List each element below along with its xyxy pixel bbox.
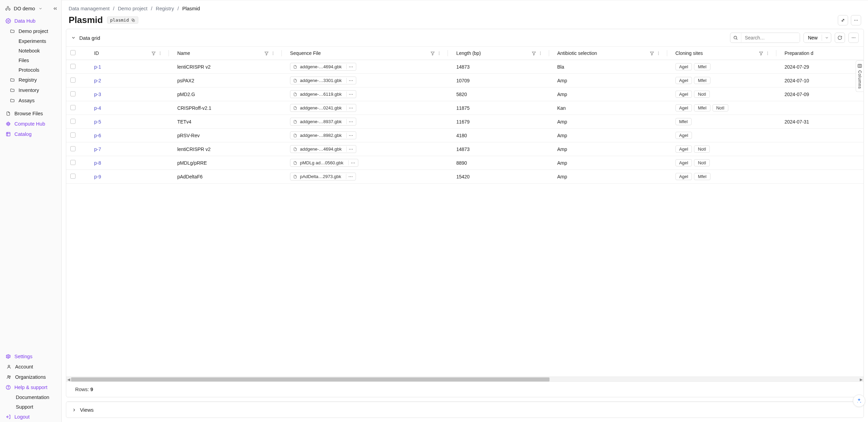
nav-compute-hub[interactable]: Compute Hub: [0, 119, 61, 129]
row-checkbox[interactable]: [70, 146, 76, 151]
kebab-icon[interactable]: [765, 51, 770, 56]
row-id-link[interactable]: p-2: [94, 78, 101, 83]
kebab-icon[interactable]: [437, 51, 441, 56]
sequence-file-chip[interactable]: addgene-…4694.gbk⋯: [290, 63, 356, 71]
row-id-link[interactable]: p-4: [94, 105, 101, 111]
file-name: addgene-…8937.gbk: [300, 119, 342, 124]
nav-registry[interactable]: Registry: [0, 75, 61, 85]
file-more-icon[interactable]: ⋯: [348, 160, 355, 165]
row-checkbox[interactable]: [70, 119, 76, 124]
nav-help[interactable]: Help & support: [0, 382, 61, 392]
file-more-icon[interactable]: ⋯: [346, 78, 353, 83]
nav-logout-label: Logout: [14, 414, 30, 420]
file-more-icon[interactable]: ⋯: [346, 105, 353, 110]
assistant-fab[interactable]: [853, 395, 865, 407]
new-button[interactable]: New: [803, 33, 831, 43]
file-name: addgene-…3301.gbk: [300, 78, 342, 83]
filter-icon[interactable]: [430, 51, 435, 56]
nav-notebook[interactable]: Notebook: [0, 46, 61, 56]
nav-settings[interactable]: Settings: [0, 351, 61, 362]
search-icon[interactable]: [730, 33, 741, 43]
scroll-right-arrow[interactable]: ▶: [859, 377, 864, 382]
nav-account[interactable]: Account: [0, 362, 61, 372]
search-input[interactable]: [741, 33, 800, 43]
svg-point-29: [160, 51, 161, 52]
select-all-checkbox[interactable]: [70, 50, 76, 55]
nav-experiments[interactable]: Experiments: [0, 36, 61, 46]
nav-logout[interactable]: Logout: [0, 412, 61, 422]
nav-catalog[interactable]: Catalog: [0, 129, 61, 139]
sequence-file-chip[interactable]: addgene-…0241.gbk⋯: [290, 104, 356, 112]
chevron-right-icon: [72, 408, 77, 412]
more-button[interactable]: [851, 15, 861, 25]
file-name: addgene-…6119.gbk: [300, 92, 342, 97]
row-cloning-sites: AgeI: [671, 129, 780, 142]
refresh-button[interactable]: [835, 33, 845, 43]
sequence-file-chip[interactable]: pAdDelta…2973.gbk⋯: [290, 173, 356, 180]
sequence-file-chip[interactable]: addgene-…4694.gbk⋯: [290, 145, 356, 153]
collapse-grid-icon[interactable]: [71, 35, 76, 40]
scroll-left-arrow[interactable]: ◀: [66, 377, 71, 382]
kebab-icon[interactable]: [271, 51, 275, 56]
file-more-icon[interactable]: ⋯: [346, 119, 353, 124]
nav-settings-label: Settings: [14, 354, 32, 359]
row-checkbox[interactable]: [70, 160, 76, 165]
nav-data-hub[interactable]: Data Hub: [0, 16, 61, 26]
file-more-icon[interactable]: ⋯: [346, 146, 353, 152]
nav-organizations[interactable]: Organizations: [0, 372, 61, 382]
file-more-icon[interactable]: ⋯: [346, 92, 353, 97]
filter-icon[interactable]: [532, 51, 536, 56]
kebab-icon[interactable]: [158, 51, 162, 56]
row-id-link[interactable]: p-7: [94, 146, 101, 152]
workspace-name[interactable]: DO demo: [14, 6, 35, 11]
row-checkbox[interactable]: [70, 132, 76, 138]
row-id-link[interactable]: p-3: [94, 92, 101, 97]
file-more-icon[interactable]: ⋯: [346, 174, 353, 179]
filter-icon[interactable]: [759, 51, 763, 56]
breadcrumb-demo-project[interactable]: Demo project: [118, 6, 147, 11]
file-more-icon[interactable]: ⋯: [346, 64, 353, 69]
row-id-link[interactable]: p-5: [94, 119, 101, 125]
filter-icon[interactable]: [264, 51, 269, 56]
nav-files[interactable]: Files: [0, 56, 61, 65]
kebab-icon[interactable]: [538, 51, 543, 56]
views-toggle[interactable]: Views: [66, 402, 864, 418]
sequence-file-chip[interactable]: addgene-…3301.gbk⋯: [290, 77, 356, 84]
scrollbar-thumb[interactable]: [71, 377, 549, 382]
breadcrumb-data-management[interactable]: Data management: [69, 6, 109, 11]
filter-icon[interactable]: [151, 51, 156, 56]
kebab-icon[interactable]: [656, 51, 661, 56]
row-id-link[interactable]: p-8: [94, 160, 101, 166]
nav-browse-files[interactable]: Browse Files: [0, 108, 61, 119]
row-checkbox[interactable]: [70, 105, 76, 110]
nav-support[interactable]: Support: [0, 402, 61, 412]
sequence-file-chip[interactable]: pMDLg ad…0560.gbk⋯: [290, 159, 358, 167]
row-checkbox[interactable]: [70, 64, 76, 69]
row-checkbox[interactable]: [70, 174, 76, 179]
expand-button[interactable]: [838, 15, 848, 25]
nav-documentation[interactable]: Documentation: [0, 392, 61, 402]
row-id-link[interactable]: p-9: [94, 174, 101, 179]
row-id-link[interactable]: p-1: [94, 64, 101, 70]
filter-icon[interactable]: [650, 51, 654, 56]
row-id-link[interactable]: p-6: [94, 133, 101, 138]
file-more-icon[interactable]: ⋯: [346, 133, 353, 138]
row-checkbox[interactable]: [70, 91, 76, 96]
nav-inventory[interactable]: Inventory: [0, 85, 61, 95]
nav-organizations-label: Organizations: [15, 374, 46, 380]
columns-side-tab[interactable]: Columns: [856, 60, 864, 92]
workspace-chevron-icon[interactable]: [38, 7, 43, 11]
grid-more-button[interactable]: [848, 33, 859, 43]
horizontal-scrollbar[interactable]: ◀ ▶: [66, 376, 864, 382]
breadcrumb-registry[interactable]: Registry: [156, 6, 174, 11]
nav-protocols[interactable]: Protocols: [0, 65, 61, 75]
sequence-file-chip[interactable]: addgene-…6119.gbk⋯: [290, 90, 356, 98]
sequence-file-chip[interactable]: addgene-…8937.gbk⋯: [290, 118, 356, 126]
nav-demo-project[interactable]: Demo project: [0, 26, 61, 36]
entity-code-chip[interactable]: plasmid: [107, 16, 138, 24]
row-cloning-sites: AgeINotI: [671, 87, 780, 101]
row-checkbox[interactable]: [70, 78, 76, 83]
sidebar-collapse-icon[interactable]: [53, 6, 58, 11]
sequence-file-chip[interactable]: addgene-…8982.gbk⋯: [290, 131, 356, 139]
nav-assays[interactable]: Assays: [0, 95, 61, 106]
